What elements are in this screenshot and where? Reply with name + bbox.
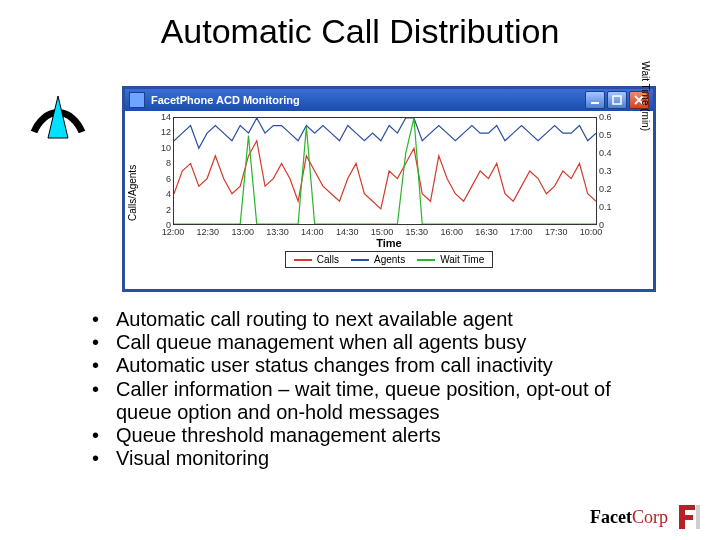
y-left-tick: 4 [153,189,171,199]
svg-rect-1 [591,102,599,104]
chart-legend: CallsAgentsWait Time [285,251,493,268]
bullet-item: Call queue management when all agents bu… [92,331,648,354]
chart-area: Calls/Agents Wait Time (min) Time 024681… [125,111,653,249]
x-tick: 16:30 [475,227,498,237]
y-right-tick: 0.1 [599,202,619,212]
bullet-item: Visual monitoring [92,447,648,470]
y-right-tick: 0.2 [599,184,619,194]
window-title: FacetPhone ACD Monitoring [151,94,300,106]
x-tick: 12:30 [197,227,220,237]
x-tick: 15:30 [406,227,429,237]
y-left-tick: 8 [153,158,171,168]
legend-item: Wait Time [417,254,484,265]
y-left-tick: 10 [153,143,171,153]
bullet-item: Automatic user status changes from call … [92,354,648,377]
chart-plot [173,117,597,225]
y-left-tick: 6 [153,174,171,184]
x-tick: 17:00 [510,227,533,237]
svg-rect-4 [696,505,700,529]
app-icon [129,92,145,108]
bullet-item: Caller information – wait time, queue po… [92,378,648,424]
x-tick: 16:00 [440,227,463,237]
y-right-tick: 0.5 [599,130,619,140]
x-tick: 14:00 [301,227,324,237]
facetcorp-brand: FacetCorp [590,502,702,532]
x-tick: 14:30 [336,227,359,237]
x-tick: 13:30 [266,227,289,237]
y-left-axis-label: Calls/Agents [127,165,138,221]
y-left-tick: 12 [153,127,171,137]
x-tick: 15:00 [371,227,394,237]
y-left-tick: 14 [153,112,171,122]
x-tick: 12:00 [162,227,185,237]
acd-monitor-window: FacetPhone ACD Monitoring Calls/Agents W… [122,86,656,292]
y-right-tick: 0.6 [599,112,619,122]
maximize-button[interactable] [607,91,627,109]
brand-mark-icon [676,502,702,532]
x-tick: 17:30 [545,227,568,237]
bullet-list: Automatic call routing to next available… [92,308,648,470]
window-titlebar[interactable]: FacetPhone ACD Monitoring [125,89,653,111]
brand-text: FacetCorp [590,507,668,528]
y-right-tick: 0.4 [599,148,619,158]
corp-arc-icon [26,60,90,140]
bullet-item: Queue threshold management alerts [92,424,648,447]
y-left-tick: 2 [153,205,171,215]
slide: Automatic Call Distribution FacetPhone A… [0,0,720,540]
x-axis-label: Time [125,237,653,249]
legend-item: Calls [294,254,339,265]
y-right-tick: 0.3 [599,166,619,176]
y-right-axis-label: Wait Time (min) [640,61,651,131]
svg-rect-2 [613,96,621,104]
bullet-item: Automatic call routing to next available… [92,308,648,331]
minimize-button[interactable] [585,91,605,109]
legend-item: Agents [351,254,405,265]
x-tick: 10:00 [580,227,603,237]
slide-title: Automatic Call Distribution [0,12,720,51]
titlebar-left: FacetPhone ACD Monitoring [129,92,300,108]
x-tick: 13:00 [231,227,254,237]
